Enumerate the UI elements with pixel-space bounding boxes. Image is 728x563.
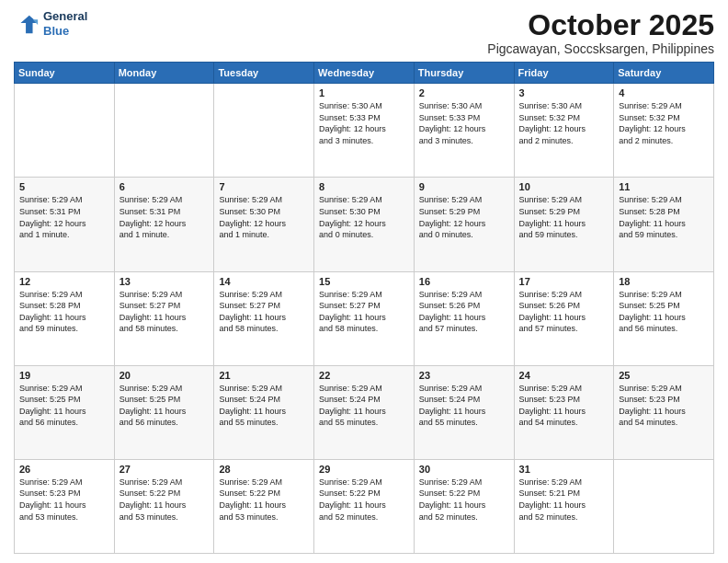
day-number: 27 (119, 464, 210, 475)
day-number: 11 (619, 181, 709, 192)
calendar-table: SundayMondayTuesdayWednesdayThursdayFrid… (14, 62, 714, 554)
day-info: Sunrise: 5:29 AM Sunset: 5:23 PM Dayligh… (619, 383, 709, 429)
calendar-cell: 30Sunrise: 5:29 AM Sunset: 5:22 PM Dayli… (414, 459, 514, 553)
calendar-cell: 7Sunrise: 5:29 AM Sunset: 5:30 PM Daylig… (214, 178, 314, 271)
calendar-cell: 31Sunrise: 5:29 AM Sunset: 5:21 PM Dayli… (514, 459, 614, 553)
calendar-cell: 8Sunrise: 5:29 AM Sunset: 5:30 PM Daylig… (314, 178, 415, 271)
day-number: 26 (19, 464, 109, 475)
calendar-cell: 18Sunrise: 5:29 AM Sunset: 5:25 PM Dayli… (614, 271, 714, 365)
day-info: Sunrise: 5:29 AM Sunset: 5:31 PM Dayligh… (19, 194, 109, 240)
day-number: 14 (219, 276, 309, 287)
day-number: 13 (119, 276, 210, 287)
day-number: 5 (19, 181, 109, 192)
location-subtitle: Pigcawayan, Soccsksargen, Philippines (487, 41, 714, 56)
day-info: Sunrise: 5:29 AM Sunset: 5:26 PM Dayligh… (419, 289, 509, 335)
calendar-cell: 3Sunrise: 5:30 AM Sunset: 5:32 PM Daylig… (514, 84, 614, 178)
calendar-cell: 27Sunrise: 5:29 AM Sunset: 5:22 PM Dayli… (114, 459, 214, 553)
month-title: October 2025 (487, 9, 714, 41)
day-info: Sunrise: 5:29 AM Sunset: 5:23 PM Dayligh… (19, 477, 109, 523)
day-number: 31 (519, 464, 609, 475)
day-info: Sunrise: 5:29 AM Sunset: 5:26 PM Dayligh… (519, 289, 609, 335)
day-number: 16 (419, 276, 509, 287)
day-number: 9 (419, 181, 509, 192)
calendar-cell: 21Sunrise: 5:29 AM Sunset: 5:24 PM Dayli… (214, 365, 314, 459)
day-info: Sunrise: 5:29 AM Sunset: 5:22 PM Dayligh… (119, 477, 210, 523)
day-info: Sunrise: 5:29 AM Sunset: 5:24 PM Dayligh… (219, 383, 309, 429)
day-info: Sunrise: 5:29 AM Sunset: 5:30 PM Dayligh… (319, 194, 409, 240)
weekday-header-cell: Saturday (614, 63, 714, 84)
calendar-cell (614, 459, 714, 553)
day-info: Sunrise: 5:29 AM Sunset: 5:21 PM Dayligh… (519, 477, 609, 523)
day-number: 1 (319, 87, 409, 98)
calendar-week-row: 1Sunrise: 5:30 AM Sunset: 5:33 PM Daylig… (15, 84, 714, 178)
weekday-header-cell: Thursday (414, 63, 514, 84)
calendar-cell: 5Sunrise: 5:29 AM Sunset: 5:31 PM Daylig… (15, 178, 115, 271)
calendar-cell: 22Sunrise: 5:29 AM Sunset: 5:24 PM Dayli… (314, 365, 415, 459)
day-info: Sunrise: 5:29 AM Sunset: 5:28 PM Dayligh… (19, 289, 109, 335)
weekday-header-cell: Friday (514, 63, 614, 84)
calendar-cell: 24Sunrise: 5:29 AM Sunset: 5:23 PM Dayli… (514, 365, 614, 459)
day-info: Sunrise: 5:29 AM Sunset: 5:30 PM Dayligh… (219, 194, 309, 240)
calendar-body: 1Sunrise: 5:30 AM Sunset: 5:33 PM Daylig… (15, 84, 714, 554)
day-number: 6 (119, 181, 210, 192)
day-info: Sunrise: 5:29 AM Sunset: 5:25 PM Dayligh… (119, 383, 210, 429)
title-block: October 2025 Pigcawayan, Soccsksargen, P… (487, 9, 714, 56)
calendar-cell: 13Sunrise: 5:29 AM Sunset: 5:27 PM Dayli… (114, 271, 214, 365)
calendar-week-row: 19Sunrise: 5:29 AM Sunset: 5:25 PM Dayli… (15, 365, 714, 459)
calendar-cell (15, 84, 115, 178)
day-info: Sunrise: 5:29 AM Sunset: 5:23 PM Dayligh… (519, 383, 609, 429)
day-info: Sunrise: 5:29 AM Sunset: 5:32 PM Dayligh… (619, 100, 709, 146)
day-number: 12 (19, 276, 109, 287)
weekday-header-cell: Tuesday (214, 63, 314, 84)
day-info: Sunrise: 5:29 AM Sunset: 5:28 PM Dayligh… (619, 194, 709, 240)
calendar-cell: 14Sunrise: 5:29 AM Sunset: 5:27 PM Dayli… (214, 271, 314, 365)
calendar-cell (114, 84, 214, 178)
day-number: 8 (319, 181, 409, 192)
day-number: 30 (419, 464, 509, 475)
day-info: Sunrise: 5:29 AM Sunset: 5:29 PM Dayligh… (419, 194, 509, 240)
weekday-header-cell: Monday (114, 63, 214, 84)
calendar-week-row: 5Sunrise: 5:29 AM Sunset: 5:31 PM Daylig… (15, 178, 714, 271)
day-info: Sunrise: 5:29 AM Sunset: 5:31 PM Dayligh… (119, 194, 210, 240)
day-info: Sunrise: 5:30 AM Sunset: 5:33 PM Dayligh… (319, 100, 409, 146)
day-number: 29 (319, 464, 409, 475)
day-number: 18 (619, 276, 709, 287)
day-number: 23 (419, 370, 509, 381)
logo-text: General Blue (43, 9, 87, 38)
day-number: 24 (519, 370, 609, 381)
calendar-cell: 26Sunrise: 5:29 AM Sunset: 5:23 PM Dayli… (15, 459, 115, 553)
logo: General Blue (14, 9, 87, 38)
day-number: 28 (219, 464, 309, 475)
calendar-cell: 15Sunrise: 5:29 AM Sunset: 5:27 PM Dayli… (314, 271, 415, 365)
day-info: Sunrise: 5:30 AM Sunset: 5:33 PM Dayligh… (419, 100, 509, 146)
weekday-header-cell: Wednesday (314, 63, 415, 84)
day-number: 19 (19, 370, 109, 381)
day-number: 2 (419, 87, 509, 98)
day-number: 3 (519, 87, 609, 98)
page: General Blue October 2025 Pigcawayan, So… (0, 0, 728, 563)
header: General Blue October 2025 Pigcawayan, So… (14, 9, 714, 56)
calendar-cell: 28Sunrise: 5:29 AM Sunset: 5:22 PM Dayli… (214, 459, 314, 553)
day-number: 7 (219, 181, 309, 192)
calendar-cell: 17Sunrise: 5:29 AM Sunset: 5:26 PM Dayli… (514, 271, 614, 365)
calendar-cell: 6Sunrise: 5:29 AM Sunset: 5:31 PM Daylig… (114, 178, 214, 271)
day-info: Sunrise: 5:29 AM Sunset: 5:29 PM Dayligh… (519, 194, 609, 240)
day-info: Sunrise: 5:29 AM Sunset: 5:25 PM Dayligh… (19, 383, 109, 429)
calendar-cell: 25Sunrise: 5:29 AM Sunset: 5:23 PM Dayli… (614, 365, 714, 459)
day-number: 10 (519, 181, 609, 192)
calendar-cell (214, 84, 314, 178)
day-info: Sunrise: 5:29 AM Sunset: 5:22 PM Dayligh… (319, 477, 409, 523)
calendar-cell: 2Sunrise: 5:30 AM Sunset: 5:33 PM Daylig… (414, 84, 514, 178)
calendar-cell: 9Sunrise: 5:29 AM Sunset: 5:29 PM Daylig… (414, 178, 514, 271)
day-info: Sunrise: 5:29 AM Sunset: 5:25 PM Dayligh… (619, 289, 709, 335)
logo-icon (14, 11, 40, 37)
calendar-cell: 16Sunrise: 5:29 AM Sunset: 5:26 PM Dayli… (414, 271, 514, 365)
day-info: Sunrise: 5:29 AM Sunset: 5:22 PM Dayligh… (219, 477, 309, 523)
day-number: 17 (519, 276, 609, 287)
day-info: Sunrise: 5:30 AM Sunset: 5:32 PM Dayligh… (519, 100, 609, 146)
calendar-cell: 1Sunrise: 5:30 AM Sunset: 5:33 PM Daylig… (314, 84, 415, 178)
day-number: 25 (619, 370, 709, 381)
weekday-header-cell: Sunday (15, 63, 115, 84)
day-number: 20 (119, 370, 210, 381)
day-number: 15 (319, 276, 409, 287)
